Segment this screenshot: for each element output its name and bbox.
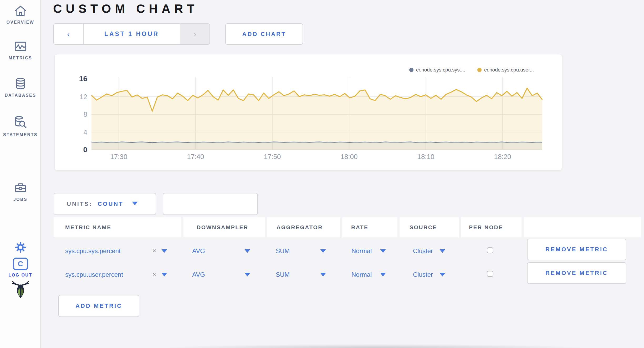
caret-down-icon[interactable]	[439, 273, 445, 277]
caret-down-icon[interactable]	[244, 249, 250, 253]
clear-metric-icon[interactable]: ×	[152, 247, 156, 254]
sidebar-item-jobs[interactable]: JOBS	[0, 181, 41, 202]
column-header-downsampler: DOWNSAMPLER	[183, 217, 265, 237]
per-node-checkbox[interactable]	[487, 271, 493, 277]
caret-down-icon[interactable]	[161, 249, 167, 253]
source-select[interactable]: Cluster	[413, 247, 433, 255]
custom-chart-page: OVERVIEW METRICS DATABASES	[0, 0, 644, 348]
column-header-source: SOURCE	[400, 217, 459, 237]
metric-name-select[interactable]: sys.cpu.sys.percent	[65, 247, 121, 255]
time-range-next-button[interactable]: ›	[180, 24, 209, 44]
scroll-shadow	[105, 344, 644, 348]
clear-metric-icon[interactable]: ×	[152, 271, 156, 278]
svg-text:16: 16	[79, 75, 87, 83]
units-label: UNITS:	[67, 201, 92, 207]
column-header-actions	[524, 217, 641, 237]
caret-down-icon[interactable]	[161, 273, 167, 277]
database-search-icon	[13, 115, 28, 130]
sidebar-item-statements[interactable]: STATEMENTS	[0, 115, 41, 137]
time-range-prev-button[interactable]: ‹	[54, 24, 84, 44]
chart-card: cr.node.sys.cpu.sys.... cr.node.sys.cpu.…	[54, 54, 562, 170]
sidebar: OVERVIEW METRICS DATABASES	[0, 0, 41, 348]
sidebar-item-label: DATABASES	[0, 93, 41, 98]
caret-down-icon[interactable]	[320, 273, 326, 277]
svg-text:18:10: 18:10	[417, 153, 434, 161]
svg-text:17:30: 17:30	[110, 153, 127, 161]
rate-select[interactable]: Normal	[351, 247, 372, 255]
sidebar-item-overview[interactable]: OVERVIEW	[0, 4, 41, 25]
add-metric-button[interactable]: ADD METRIC	[58, 295, 139, 317]
column-header-aggregator: AGGREGATOR	[267, 217, 340, 237]
chart-icon	[14, 39, 27, 53]
gear-icon	[14, 241, 27, 254]
column-header-rate: RATE	[342, 217, 397, 237]
units-dropdown[interactable]: UNITS: COUNT	[54, 193, 156, 215]
sidebar-item-databases[interactable]: DATABASES	[0, 77, 41, 98]
svg-text:12: 12	[80, 93, 87, 101]
aggregator-select[interactable]: SUM	[276, 247, 290, 255]
column-header-per-node: PER NODE	[461, 217, 522, 237]
svg-text:0: 0	[83, 146, 87, 154]
logout-button[interactable]: C LOG OUT	[0, 258, 41, 278]
sidebar-item-label: METRICS	[0, 56, 41, 60]
settings-button[interactable]	[0, 241, 41, 254]
units-value: COUNT	[98, 201, 123, 207]
time-range-value[interactable]: LAST 1 HOUR	[84, 24, 180, 44]
logout-label: LOG OUT	[0, 273, 41, 278]
svg-text:8: 8	[84, 110, 87, 118]
caret-down-icon[interactable]	[380, 249, 386, 253]
page-title: CUSTOM CHART	[53, 2, 198, 16]
caret-down-icon[interactable]	[439, 249, 445, 253]
svg-text:17:40: 17:40	[187, 153, 204, 161]
sidebar-item-label: OVERVIEW	[0, 20, 41, 25]
remove-metric-button[interactable]: REMOVE METRIC	[527, 239, 626, 260]
sidebar-item-label: JOBS	[0, 197, 41, 202]
cpu-usage-chart: 048121617:3017:4017:5018:0018:1018:20	[55, 54, 562, 171]
per-node-checkbox[interactable]	[487, 247, 493, 253]
sidebar-item-label: STATEMENTS	[0, 132, 41, 137]
metric-name-select[interactable]: sys.cpu.user.percent	[65, 271, 123, 278]
remove-chart-button[interactable]	[163, 193, 258, 215]
rate-select[interactable]: Normal	[351, 271, 372, 278]
downsampler-select[interactable]: AVG	[192, 271, 205, 278]
cockroach-logo[interactable]	[0, 280, 41, 299]
svg-text:18:20: 18:20	[494, 153, 511, 161]
cockroach-bug-icon	[12, 280, 29, 299]
caret-down-icon[interactable]	[380, 273, 386, 277]
svg-text:4: 4	[84, 128, 87, 136]
briefcase-icon	[14, 181, 27, 195]
source-select[interactable]: Cluster	[413, 271, 433, 278]
home-icon	[14, 4, 27, 17]
remove-metric-button[interactable]: REMOVE METRIC	[527, 262, 626, 284]
add-chart-button[interactable]: ADD CHART	[225, 23, 303, 45]
caret-down-icon[interactable]	[244, 273, 250, 277]
cockroach-c-icon: C	[13, 258, 28, 270]
svg-text:18:00: 18:00	[340, 153, 357, 161]
aggregator-select[interactable]: SUM	[276, 271, 290, 278]
time-range-selector: ‹ LAST 1 HOUR ›	[53, 23, 210, 45]
column-header-metric-name: METRIC NAME	[54, 217, 181, 237]
downsampler-select[interactable]: AVG	[192, 247, 205, 255]
database-icon	[14, 77, 27, 90]
caret-down-icon[interactable]	[320, 249, 326, 253]
caret-down-icon	[132, 202, 138, 205]
sidebar-item-metrics[interactable]: METRICS	[0, 39, 41, 60]
svg-text:17:50: 17:50	[264, 153, 281, 161]
